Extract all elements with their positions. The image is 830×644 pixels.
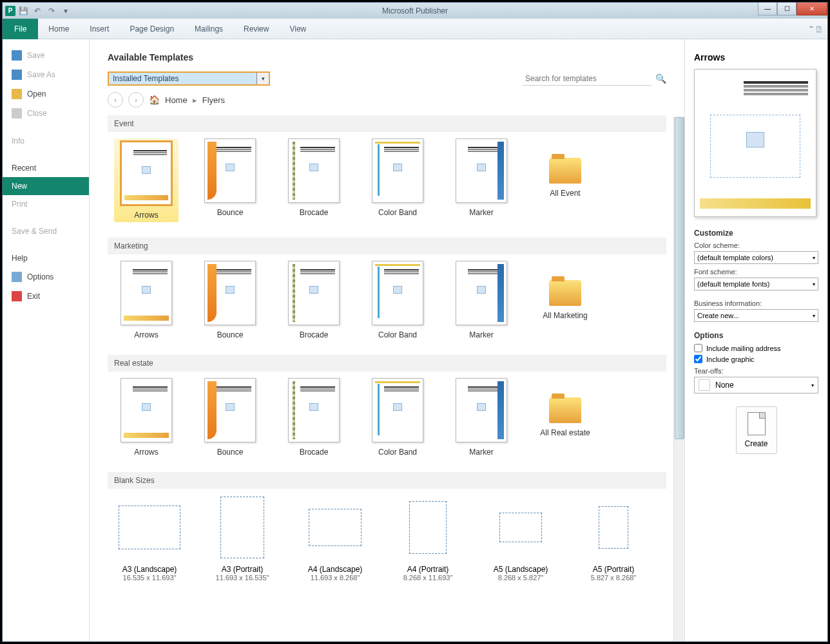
nav-back-icon[interactable]: ‹ (108, 92, 123, 108)
blank-dimensions: 8.268 x 11.693" (403, 574, 453, 582)
template-item[interactable]: Brocade (282, 261, 346, 339)
template-item[interactable]: Arrows (114, 138, 179, 222)
exit-icon (12, 291, 22, 301)
ribbon-help-icon[interactable]: ⌃ ⍰ (808, 24, 821, 33)
tab-mailings[interactable]: Mailings (184, 19, 233, 39)
template-item[interactable]: Bounce (198, 138, 262, 222)
sidebar-open[interactable]: Open (3, 84, 89, 104)
tab-insert[interactable]: Insert (79, 19, 119, 39)
template-item[interactable]: Brocade (282, 378, 346, 457)
category-all-label: All Marketing (543, 311, 587, 320)
blank-size-item[interactable]: A5 (Portrait)5.827 x 8.268" (578, 495, 649, 582)
mailing-checkbox-input[interactable] (694, 344, 702, 352)
tearoffs-value: None (715, 381, 734, 390)
color-scheme-select[interactable]: (default template colors) (694, 251, 818, 264)
qat-undo-icon[interactable]: ↶ (31, 5, 44, 17)
include-graphic-checkbox[interactable]: Include graphic (694, 355, 818, 363)
blank-label: A3 (Landscape) (122, 565, 177, 574)
blank-size-item[interactable]: A4 (Landscape)11.693 x 8.268" (300, 495, 371, 582)
blank-label: A5 (Landscape) (494, 565, 548, 574)
template-thumb (456, 261, 507, 325)
sidebar-save-send[interactable]: Save & Send (3, 222, 89, 240)
breadcrumb-home[interactable]: Home (165, 95, 188, 105)
template-item[interactable]: Bounce (198, 261, 262, 339)
font-scheme-label: Font scheme: (694, 268, 818, 276)
sidebar-save-as[interactable]: Save As (3, 65, 89, 84)
blank-size-item[interactable]: A3 (Landscape)16.535 x 11.693" (114, 495, 185, 582)
sidebar-options[interactable]: Options (3, 267, 89, 287)
category-header: Marketing (108, 238, 666, 254)
category-all-folder[interactable]: All Marketing (533, 261, 597, 339)
blank-size-item[interactable]: A4 (Portrait)8.268 x 11.693" (392, 495, 463, 582)
save-icon (12, 50, 22, 61)
template-thumb (456, 378, 507, 442)
mailing-address-checkbox[interactable]: Include mailing address (694, 344, 818, 352)
file-tab[interactable]: File (3, 19, 38, 39)
mailing-label: Include mailing address (706, 345, 781, 352)
sidebar-new[interactable]: New (3, 177, 89, 195)
minimize-button[interactable]: — (758, 3, 777, 15)
tab-view[interactable]: View (279, 19, 316, 39)
tab-page-design[interactable]: Page Design (119, 19, 184, 39)
options-icon (12, 272, 22, 282)
blank-thumb (119, 506, 180, 549)
template-label: Color Band (378, 448, 417, 457)
qat-dropdown-icon[interactable]: ▾ (59, 5, 72, 17)
create-button[interactable]: Create (736, 406, 777, 454)
blank-dimensions: 11.693 x 8.268" (311, 574, 360, 582)
template-item[interactable]: Bounce (198, 378, 262, 457)
sidebar-print[interactable]: Print (3, 195, 89, 213)
breadcrumb: ‹ › 🏠 Home ▸ Flyers (108, 92, 666, 108)
template-item[interactable]: Marker (449, 261, 514, 339)
sidebar-close[interactable]: Close (3, 104, 89, 123)
create-icon (748, 412, 766, 435)
category-blank-sizes: Blank Sizes (108, 472, 666, 489)
template-item[interactable]: Marker (449, 378, 514, 457)
blank-thumb (599, 506, 628, 549)
template-item[interactable]: Color Band (365, 378, 430, 457)
scrollbar[interactable] (673, 117, 684, 641)
template-item[interactable]: Brocade (282, 138, 346, 222)
color-scheme-value: (default template colors) (697, 254, 773, 261)
sidebar-recent[interactable]: Recent (3, 159, 89, 177)
template-item[interactable]: Arrows (114, 378, 179, 457)
blank-label: A4 (Portrait) (407, 565, 449, 574)
window-title: Microsoft Publisher (382, 6, 448, 15)
template-gallery: Available Templates Installed Templates … (90, 39, 684, 641)
template-item[interactable]: Marker (449, 138, 514, 222)
window-controls: — ☐ ✕ (758, 3, 827, 15)
template-thumb (121, 141, 172, 205)
template-label: Bounce (217, 208, 244, 217)
blank-size-item[interactable]: A3 (Portrait)11.693 x 16.535" (207, 495, 278, 582)
graphic-checkbox-input[interactable] (694, 355, 702, 363)
category-all-folder[interactable]: All Event (533, 138, 597, 222)
search-input[interactable] (523, 71, 651, 86)
scrollbar-thumb[interactable] (675, 117, 684, 439)
nav-forward-icon[interactable]: › (128, 92, 144, 108)
home-icon[interactable]: 🏠 (149, 95, 160, 105)
app-icon[interactable]: P (5, 6, 15, 16)
category-all-label: All Real estate (540, 428, 590, 437)
template-source-combo[interactable]: Installed Templates (108, 71, 270, 86)
template-item[interactable]: Arrows (114, 261, 179, 339)
maximize-button[interactable]: ☐ (777, 3, 796, 15)
search-icon[interactable]: 🔍 (655, 73, 666, 84)
business-info-select[interactable]: Create new... (694, 309, 818, 322)
template-label: Color Band (378, 208, 417, 217)
template-item[interactable]: Color Band (365, 138, 430, 222)
template-label: Marker (469, 208, 493, 217)
tearoffs-select[interactable]: None▾ (694, 377, 818, 393)
sidebar-help[interactable]: Help (3, 249, 89, 267)
tab-home[interactable]: Home (38, 19, 79, 39)
font-scheme-select[interactable]: (default template fonts) (694, 278, 818, 290)
template-item[interactable]: Color Band (365, 261, 430, 339)
blank-size-item[interactable]: A5 (Landscape)8.268 x 5.827" (485, 495, 556, 582)
sidebar-info[interactable]: Info (3, 132, 89, 150)
sidebar-exit[interactable]: Exit (3, 287, 89, 306)
category-all-folder[interactable]: All Real estate (533, 378, 597, 457)
sidebar-save[interactable]: Save (3, 46, 89, 65)
qat-save-icon[interactable]: 💾 (17, 5, 30, 17)
tab-review[interactable]: Review (233, 19, 279, 39)
qat-redo-icon[interactable]: ↷ (45, 5, 58, 17)
close-button[interactable]: ✕ (796, 3, 827, 15)
